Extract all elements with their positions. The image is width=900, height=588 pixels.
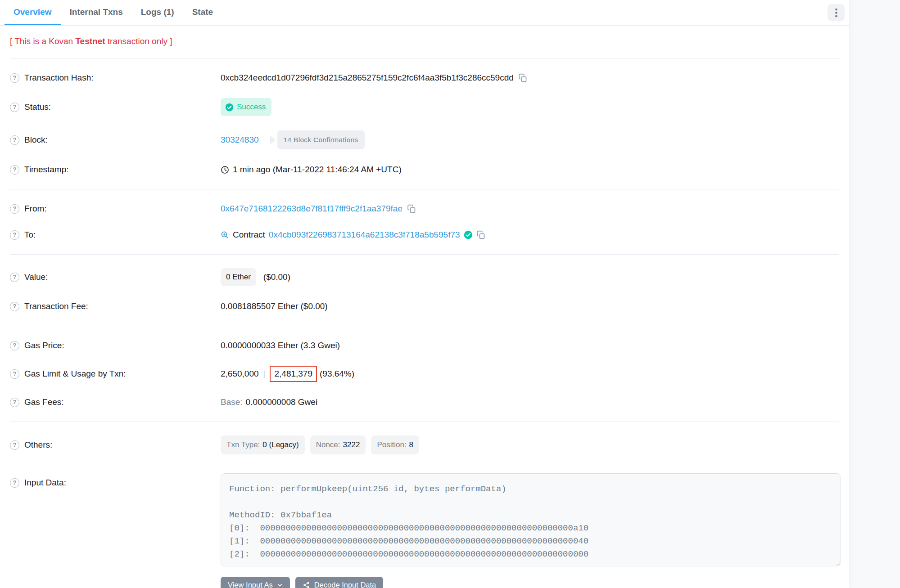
input-data-label-text: Input Data:	[24, 477, 66, 489]
view-input-as-label: View Input As	[228, 581, 273, 588]
help-icon[interactable]: ?	[10, 273, 19, 282]
copy-icon	[407, 204, 416, 213]
ether-value-pill: 0 Ether	[221, 268, 256, 286]
clock-icon	[221, 166, 229, 174]
gas-limit-label: ? Gas Limit & Usage by Txn:	[10, 368, 221, 380]
row-timestamp: ? Timestamp: 1 min ago (Mar-11-2022 11:4…	[10, 157, 839, 183]
view-input-as-button[interactable]: View Input As	[221, 577, 290, 588]
copy-hash-button[interactable]	[518, 73, 527, 82]
help-icon[interactable]: ?	[10, 369, 19, 379]
gas-fees-label-text: Gas Fees:	[24, 396, 64, 408]
row-gas-limit: ? Gas Limit & Usage by Txn: 2,650,000 | …	[10, 359, 839, 389]
nonce-key: Nonce:	[316, 439, 340, 451]
row-transaction-hash: ? Transaction Hash: 0xcb324eedcd1d07296f…	[10, 65, 839, 91]
transaction-fee-label-text: Transaction Fee:	[24, 301, 88, 312]
gas-fees-label: ? Gas Fees:	[10, 396, 221, 408]
help-icon[interactable]: ?	[10, 204, 19, 214]
others-label-text: Others:	[24, 439, 52, 451]
row-value: ? Value: 0 Ether ($0.00)	[10, 261, 839, 293]
block-label: ? Block:	[10, 134, 221, 146]
decode-icon	[303, 581, 310, 588]
transaction-details-card: Overview Internal Txns Logs (1) State [ …	[0, 0, 849, 588]
row-status: ? Status: Success	[10, 91, 839, 123]
status-label: ? Status:	[10, 101, 221, 113]
notice-suffix: transaction only ]	[105, 36, 172, 46]
value-label: ? Value:	[10, 271, 221, 283]
tab-overview-label: Overview	[14, 7, 52, 17]
to-label-text: To:	[24, 229, 36, 241]
gas-used-percent: (93.64%)	[320, 368, 354, 380]
value-usd: ($0.00)	[263, 271, 290, 283]
gas-price-label: ? Gas Price:	[10, 340, 221, 351]
nonce-value: 3222	[343, 439, 360, 451]
more-options-button[interactable]	[828, 4, 845, 21]
help-icon[interactable]: ?	[10, 230, 19, 240]
section-divider	[10, 326, 839, 326]
copy-icon	[518, 73, 527, 82]
row-gas-fees: ? Gas Fees: Base: 0.000000008 Gwei	[10, 389, 839, 415]
row-input-data: ? Input Data: Function: performUpkeep(ui…	[10, 462, 839, 588]
help-icon[interactable]: ?	[10, 341, 19, 350]
copy-to-address-button[interactable]	[476, 230, 485, 239]
tab-overview[interactable]: Overview	[5, 0, 61, 25]
input-data-actions: View Input As Decode Input Data	[221, 577, 841, 588]
block-number-link[interactable]: 30324830	[221, 134, 259, 146]
help-icon[interactable]: ?	[10, 165, 19, 175]
row-to: ? To: Contract 0x4cb093f226983713164a621…	[10, 222, 839, 248]
confirmations-arrow-icon	[270, 135, 276, 145]
kebab-icon	[835, 8, 837, 18]
nonce-pill: Nonce:3222	[310, 435, 366, 454]
tab-internal-txns[interactable]: Internal Txns	[61, 0, 132, 25]
tab-logs-label: Logs (1)	[141, 7, 174, 17]
transaction-fee-value: 0.0081885507 Ether ($0.00)	[221, 301, 328, 312]
gas-price-label-text: Gas Price:	[24, 340, 64, 351]
from-address-link[interactable]: 0x647e7168122263d8e7f81f17fff9c2f1aa379f…	[221, 203, 403, 215]
block-confirmations-text: 14 Block Confirmations	[277, 130, 365, 149]
decode-input-data-button[interactable]: Decode Input Data	[295, 577, 384, 588]
help-icon[interactable]: ?	[10, 73, 19, 83]
block-label-text: Block:	[24, 134, 48, 146]
row-from: ? From: 0x647e7168122263d8e7f81f17fff9c2…	[10, 196, 839, 222]
notice-bold: Testnet	[75, 36, 105, 46]
position-value: 8	[409, 439, 413, 451]
txn-type-value: 0 (Legacy)	[262, 439, 298, 451]
gas-limit-value: 2,650,000	[221, 368, 259, 380]
gas-price-value: 0.0000000033 Ether (3.3 Gwei)	[221, 340, 340, 351]
input-data-label: ? Input Data:	[10, 477, 221, 489]
timestamp-label-text: Timestamp:	[24, 164, 69, 175]
help-icon[interactable]: ?	[10, 398, 19, 407]
section-divider	[10, 189, 839, 189]
transaction-hash-label-text: Transaction Hash:	[24, 72, 93, 84]
row-gas-price: ? Gas Price: 0.0000000033 Ether (3.3 Gwe…	[10, 332, 839, 359]
to-address-link[interactable]: 0x4cb093f226983713164a62138c3f718a5b595f…	[269, 229, 460, 241]
help-icon[interactable]: ?	[10, 302, 19, 311]
transaction-hash-label: ? Transaction Hash:	[10, 72, 221, 84]
position-pill: Position:8	[371, 435, 419, 454]
timestamp-label: ? Timestamp:	[10, 164, 221, 175]
status-label-text: Status:	[24, 101, 51, 113]
notice-prefix: [ This is a Kovan	[10, 36, 75, 46]
tab-state[interactable]: State	[183, 0, 222, 25]
tab-state-label: State	[192, 7, 213, 17]
help-icon[interactable]: ?	[10, 103, 19, 112]
chevron-down-icon	[277, 582, 283, 588]
copy-from-address-button[interactable]	[407, 204, 416, 213]
row-block: ? Block: 30324830 14 Block Confirmations	[10, 123, 839, 157]
to-label: ? To:	[10, 229, 221, 241]
gas-fees-base-label: Base:	[221, 396, 243, 408]
decode-label: Decode Input Data	[314, 581, 376, 588]
position-key: Position:	[377, 439, 406, 451]
tab-bar: Overview Internal Txns Logs (1) State	[0, 0, 849, 26]
help-icon[interactable]: ?	[10, 440, 19, 450]
magnifier-plus-icon[interactable]	[221, 231, 229, 239]
row-others: ? Others: Txn Type:0 (Legacy) Nonce:3222…	[10, 428, 839, 462]
help-icon[interactable]: ?	[10, 478, 19, 488]
copy-icon	[476, 230, 485, 239]
input-data-textarea[interactable]: Function: performUpkeep(uint256 id, byte…	[221, 473, 841, 566]
status-badge: Success	[221, 98, 271, 116]
gas-limit-label-text: Gas Limit & Usage by Txn:	[24, 368, 126, 380]
gas-fees-base-value: 0.000000008 Gwei	[246, 396, 318, 408]
help-icon[interactable]: ?	[10, 135, 19, 145]
transaction-hash-value: 0xcb324eedcd1d07296fdf3d215a2865275f159c…	[221, 72, 514, 84]
tab-logs[interactable]: Logs (1)	[132, 0, 183, 25]
